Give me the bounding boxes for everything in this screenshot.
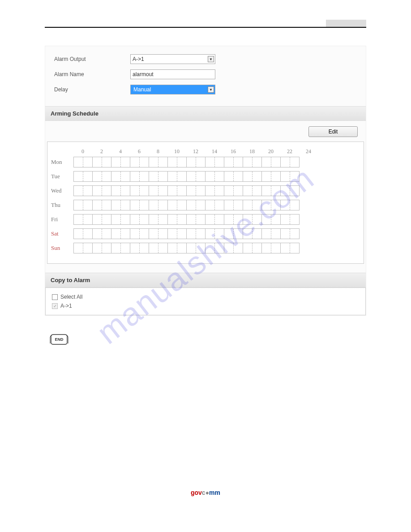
alarm-output-select[interactable]: A->1 ▼ (130, 54, 215, 64)
schedule-cell[interactable] (290, 215, 300, 224)
schedule-cell[interactable] (83, 215, 93, 224)
schedule-cell[interactable] (281, 229, 290, 239)
schedule-cell[interactable] (130, 157, 140, 167)
schedule-cell[interactable] (168, 157, 177, 167)
schedule-cell[interactable] (224, 172, 234, 181)
schedule-cell[interactable] (102, 157, 111, 167)
schedule-cell[interactable] (177, 243, 187, 253)
schedule-cell[interactable] (271, 243, 281, 253)
schedule-cell[interactable] (111, 229, 121, 239)
schedule-cell[interactable] (177, 200, 187, 210)
schedule-cell[interactable] (290, 157, 300, 167)
schedule-cell[interactable] (290, 243, 300, 253)
schedule-cell[interactable] (187, 215, 196, 224)
schedule-cell[interactable] (262, 215, 271, 224)
schedule-cell[interactable] (83, 243, 93, 253)
schedule-cell[interactable] (253, 172, 262, 181)
copy-item-row[interactable]: ✓A->1 (52, 301, 359, 310)
schedule-cell[interactable] (243, 243, 253, 253)
schedule-cell[interactable] (121, 243, 130, 253)
schedule-cell[interactable] (262, 157, 271, 167)
schedule-cell[interactable] (140, 215, 149, 224)
schedule-cell[interactable] (234, 229, 243, 239)
schedule-cell[interactable] (121, 172, 130, 181)
schedule-cell[interactable] (206, 200, 215, 210)
schedule-cell[interactable] (177, 229, 187, 239)
schedule-cell[interactable] (111, 243, 121, 253)
schedule-cell[interactable] (215, 243, 224, 253)
schedule-cell[interactable] (281, 186, 290, 196)
schedule-cell[interactable] (187, 172, 196, 181)
schedule-cell[interactable] (158, 243, 168, 253)
schedule-cell[interactable] (158, 157, 168, 167)
schedule-cell[interactable] (243, 157, 253, 167)
schedule-cell[interactable] (149, 172, 158, 181)
schedule-cell[interactable] (158, 229, 168, 239)
schedule-cell[interactable] (149, 229, 158, 239)
schedule-cell[interactable] (168, 243, 177, 253)
schedule-cell[interactable] (158, 186, 168, 196)
schedule-cells[interactable] (73, 171, 300, 182)
schedule-cell[interactable] (290, 172, 300, 181)
schedule-cell[interactable] (234, 215, 243, 224)
schedule-cell[interactable] (253, 186, 262, 196)
schedule-cell[interactable] (168, 229, 177, 239)
schedule-cell[interactable] (93, 243, 102, 253)
schedule-cell[interactable] (158, 172, 168, 181)
schedule-cell[interactable] (271, 172, 281, 181)
schedule-cell[interactable] (121, 157, 130, 167)
schedule-cell[interactable] (187, 186, 196, 196)
schedule-cell[interactable] (83, 200, 93, 210)
schedule-cell[interactable] (206, 243, 215, 253)
schedule-cell[interactable] (121, 186, 130, 196)
schedule-cell[interactable] (196, 157, 206, 167)
schedule-cell[interactable] (224, 186, 234, 196)
schedule-cell[interactable] (215, 157, 224, 167)
schedule-cell[interactable] (149, 157, 158, 167)
schedule-cell[interactable] (281, 157, 290, 167)
schedule-cell[interactable] (271, 229, 281, 239)
schedule-cell[interactable] (271, 215, 281, 224)
schedule-cell[interactable] (93, 172, 102, 181)
schedule-cell[interactable] (187, 157, 196, 167)
schedule-cell[interactable] (253, 200, 262, 210)
schedule-cell[interactable] (74, 200, 83, 210)
schedule-cell[interactable] (281, 215, 290, 224)
schedule-cell[interactable] (224, 200, 234, 210)
schedule-cell[interactable] (168, 200, 177, 210)
schedule-cell[interactable] (262, 172, 271, 181)
schedule-cell[interactable] (121, 215, 130, 224)
schedule-cell[interactable] (140, 157, 149, 167)
checkbox-checked-icon[interactable]: ✓ (52, 303, 58, 309)
schedule-cell[interactable] (215, 172, 224, 181)
schedule-cell[interactable] (243, 215, 253, 224)
schedule-cell[interactable] (140, 243, 149, 253)
schedule-cell[interactable] (74, 229, 83, 239)
schedule-cell[interactable] (271, 157, 281, 167)
schedule-cell[interactable] (121, 200, 130, 210)
schedule-cell[interactable] (83, 229, 93, 239)
schedule-cell[interactable] (234, 157, 243, 167)
schedule-cell[interactable] (140, 172, 149, 181)
schedule-cell[interactable] (130, 172, 140, 181)
schedule-cell[interactable] (130, 215, 140, 224)
schedule-cell[interactable] (149, 186, 158, 196)
schedule-cell[interactable] (177, 172, 187, 181)
schedule-cell[interactable] (140, 229, 149, 239)
schedule-cell[interactable] (121, 229, 130, 239)
edit-button[interactable]: Edit (308, 126, 358, 137)
schedule-cell[interactable] (262, 229, 271, 239)
schedule-cell[interactable] (234, 186, 243, 196)
schedule-cell[interactable] (168, 186, 177, 196)
schedule-cell[interactable] (177, 157, 187, 167)
schedule-cell[interactable] (206, 215, 215, 224)
schedule-cells[interactable] (73, 185, 300, 196)
schedule-cell[interactable] (102, 243, 111, 253)
schedule-cell[interactable] (93, 229, 102, 239)
schedule-cell[interactable] (206, 157, 215, 167)
schedule-cell[interactable] (224, 229, 234, 239)
delay-select[interactable]: Manual ▼ (130, 85, 215, 94)
schedule-cell[interactable] (177, 186, 187, 196)
schedule-cell[interactable] (130, 200, 140, 210)
schedule-cell[interactable] (281, 200, 290, 210)
